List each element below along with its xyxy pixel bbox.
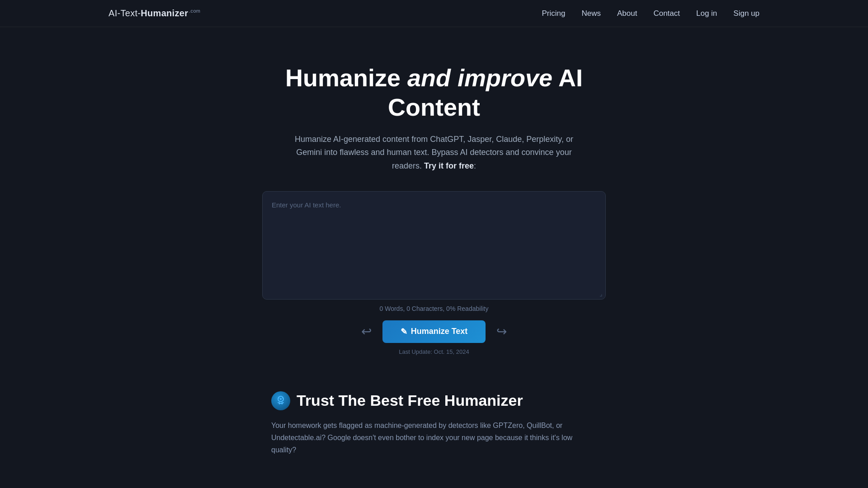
nav-pricing[interactable]: Pricing <box>542 9 565 18</box>
trust-heading: Trust The Best Free Humanizer <box>271 391 597 410</box>
hero-title-italic: and improve <box>407 64 552 91</box>
main-nav: Pricing News About Contact Log in Sign u… <box>542 9 760 18</box>
trust-heading-text: Trust The Best Free Humanizer <box>297 392 523 409</box>
action-row: ↩ ✎ Humanize Text ↪ <box>361 320 507 343</box>
trust-heading-icon <box>271 391 290 410</box>
humanize-button-icon: ✎ <box>401 327 407 337</box>
trust-body: Your homework gets flagged as machine-ge… <box>271 419 597 456</box>
hero-cta-suffix: : <box>474 161 476 170</box>
svg-rect-2 <box>278 398 279 399</box>
hero-section: Humanize and improve AI Content Humanize… <box>262 63 606 355</box>
svg-rect-3 <box>282 398 283 399</box>
hero-title: Humanize and improve AI Content <box>262 63 606 122</box>
ai-text-input[interactable] <box>263 192 605 286</box>
hero-subtitle: Humanize AI-generated content from ChatG… <box>294 133 574 173</box>
site-header: AI-Text-Humanizer.com Pricing News About… <box>0 0 868 27</box>
nav-about[interactable]: About <box>617 9 637 18</box>
nav-contact[interactable]: Contact <box>653 9 680 18</box>
hero-title-part1: Humanize <box>285 64 407 91</box>
nav-login[interactable]: Log in <box>696 9 717 18</box>
site-logo: AI-Text-Humanizer.com <box>108 8 200 19</box>
last-update-text: Last Update: Oct. 15, 2024 <box>399 348 469 355</box>
hero-cta-inline: Try it for free <box>424 161 474 170</box>
humanize-button-label: Humanize Text <box>411 327 468 336</box>
nav-signup[interactable]: Sign up <box>733 9 760 18</box>
arrow-left-icon: ↩ <box>361 324 372 339</box>
arrow-right-icon: ↪ <box>496 324 507 339</box>
text-input-wrapper: ⌟ <box>262 191 606 300</box>
trust-section: Trust The Best Free Humanizer Your homew… <box>262 391 606 456</box>
logo-bold: Humanizer <box>141 8 188 18</box>
resize-handle[interactable]: ⌟ <box>263 288 605 299</box>
nav-news[interactable]: News <box>581 9 601 18</box>
main-content: Humanize and improve AI Content Humanize… <box>0 27 868 456</box>
logo-domain: .com <box>189 8 200 14</box>
last-update: Last Update: Oct. 15, 2024 <box>399 348 469 355</box>
stats-text: 0 Words, 0 Characters, 0% Readability <box>380 305 489 312</box>
text-stats: 0 Words, 0 Characters, 0% Readability <box>380 305 489 312</box>
logo-text: AI-Text-Humanizer.com <box>108 8 200 19</box>
logo-prefix: AI-Text- <box>108 8 141 18</box>
humanize-button[interactable]: ✎ Humanize Text <box>382 320 486 343</box>
svg-point-1 <box>280 398 282 400</box>
